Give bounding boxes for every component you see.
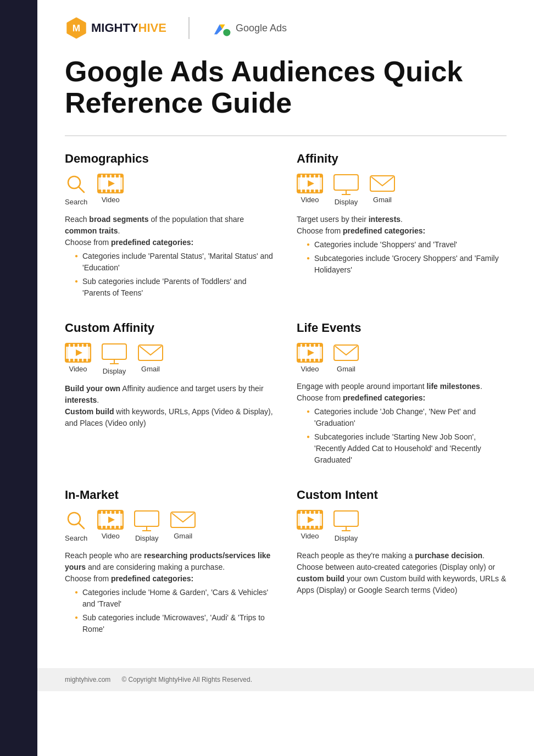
svg-rect-100	[120, 511, 123, 514]
svg-rect-12	[98, 175, 101, 177]
bullet-item: Categories include 'Home & Garden', 'Car…	[75, 587, 275, 610]
svg-rect-111	[171, 512, 195, 527]
svg-rect-48	[65, 343, 91, 346]
svg-rect-41	[320, 190, 322, 192]
svg-rect-74	[298, 344, 301, 347]
section-title-custom-intent: Custom Intent	[297, 488, 507, 502]
svg-marker-42	[308, 180, 314, 187]
mightyhive-logo-text: MIGHTYHIVE	[91, 21, 166, 35]
section-body-demographics: Reach broad segments of the population t…	[65, 214, 275, 299]
svg-rect-13	[103, 175, 105, 177]
svg-rect-122	[320, 511, 322, 514]
footer-website: mightyhive.com	[65, 676, 110, 683]
display-icon-item: Display	[333, 510, 359, 542]
svg-rect-58	[66, 359, 69, 362]
search-icon-item: Search	[65, 510, 87, 542]
display-icon-item: Display	[134, 510, 160, 542]
svg-marker-129	[308, 516, 314, 523]
section-body-custom-intent: Reach people as they're making a purchas…	[297, 550, 507, 596]
svg-rect-56	[84, 344, 86, 347]
section-title-in-market: In-Market	[65, 488, 275, 502]
logo-divider	[188, 17, 190, 39]
gmail-icon-item: Gmail	[137, 343, 164, 373]
svg-rect-23	[120, 190, 123, 192]
section-custom-affinity: Custom Affinity Video Display	[65, 321, 275, 468]
page-title: Google Ads Audiences Quick Reference Gui…	[65, 56, 507, 119]
svg-rect-119	[307, 511, 309, 514]
gmail-icon-label: Gmail	[174, 532, 192, 540]
svg-rect-79	[320, 344, 322, 347]
svg-rect-98	[112, 511, 114, 514]
svg-rect-80	[298, 359, 301, 362]
video-icon-label: Video	[102, 196, 120, 204]
svg-point-3	[223, 29, 230, 36]
bullet-item: Subcategories include 'Starting New Job …	[307, 431, 507, 466]
svg-rect-54	[75, 344, 77, 347]
svg-rect-104	[112, 526, 114, 529]
svg-rect-105	[116, 526, 119, 529]
svg-rect-117	[298, 511, 301, 514]
svg-rect-92	[98, 526, 123, 529]
display-icon-label: Display	[135, 534, 159, 542]
svg-rect-96	[103, 511, 105, 514]
svg-rect-85	[320, 359, 322, 362]
svg-rect-114	[297, 526, 322, 529]
svg-rect-76	[307, 344, 309, 347]
svg-rect-15	[112, 175, 114, 177]
svg-marker-64	[76, 349, 82, 356]
icons-row-life-events: Video Gmail	[297, 343, 507, 373]
video-icon-label: Video	[301, 196, 319, 204]
section-in-market: In-Market Search Video Disp	[65, 488, 275, 637]
icons-row-demographics: Search Video	[65, 174, 275, 206]
svg-rect-43	[334, 175, 358, 190]
video-icon-item: Video	[297, 174, 323, 204]
bullets-demographics: Categories include 'Parental Status', 'M…	[75, 251, 275, 299]
section-life-events: Life Events Video GmailEngage with peopl…	[297, 321, 507, 468]
svg-rect-128	[320, 526, 322, 529]
svg-rect-68	[138, 345, 163, 360]
svg-rect-103	[107, 526, 110, 529]
section-affinity: Affinity Video Display Gmai	[297, 152, 507, 301]
bullet-item: Categories include 'Parental Status', 'M…	[75, 251, 275, 274]
section-title-demographics: Demographics	[65, 152, 275, 166]
section-custom-intent: Custom Intent Video DisplayReach people …	[297, 488, 507, 637]
section-body-affinity: Target users by their interests.Choose f…	[297, 214, 507, 276]
svg-rect-30	[298, 175, 301, 177]
video-icon-item: Video	[297, 510, 323, 540]
svg-rect-81	[302, 359, 305, 362]
svg-rect-57	[88, 344, 91, 347]
svg-rect-83	[311, 359, 314, 362]
svg-rect-95	[98, 511, 101, 514]
video-icon-item: Video	[297, 343, 323, 373]
google-ads-logo: Google Ads	[212, 18, 287, 38]
gmail-icon-item: Gmail	[369, 174, 396, 204]
svg-rect-97	[107, 511, 110, 514]
video-icon-label: Video	[301, 532, 319, 540]
bullet-item: Sub categories include 'Microwaves', 'Au…	[75, 612, 275, 635]
svg-rect-22	[116, 190, 119, 192]
header: M MIGHTYHIVE Google Ads	[65, 16, 507, 40]
svg-rect-21	[112, 190, 114, 192]
section-title-life-events: Life Events	[297, 321, 507, 335]
footer: mightyhive.com © Copyright MightyHive Al…	[37, 668, 534, 691]
svg-rect-75	[302, 344, 305, 347]
footer-copyright: © Copyright MightyHive All Rights Reserv…	[121, 676, 252, 683]
svg-rect-8	[98, 174, 123, 177]
display-icon-label: Display	[335, 534, 358, 542]
svg-line-6	[79, 187, 84, 192]
svg-rect-39	[311, 190, 314, 192]
svg-rect-126	[311, 526, 314, 529]
svg-rect-18	[98, 190, 101, 192]
svg-rect-49	[65, 359, 91, 362]
svg-marker-24	[108, 180, 115, 187]
icons-row-in-market: Search Video Display Gmail	[65, 510, 275, 542]
sections-grid: Demographics Search VideoReach broad seg…	[65, 152, 507, 657]
svg-rect-34	[315, 175, 318, 177]
mightyhive-hex-icon: M	[65, 16, 88, 40]
svg-rect-32	[307, 175, 309, 177]
display-icon-label: Display	[103, 367, 126, 375]
svg-rect-113	[297, 510, 322, 513]
left-sidebar	[0, 0, 37, 756]
svg-rect-17	[120, 175, 123, 177]
svg-rect-91	[98, 510, 123, 513]
